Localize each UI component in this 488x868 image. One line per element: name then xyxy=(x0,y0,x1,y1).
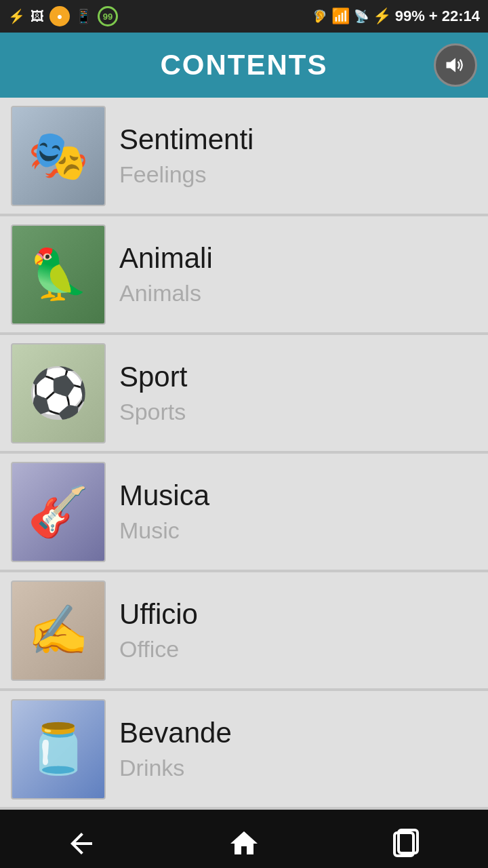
sport-image: ⚽ xyxy=(11,343,106,443)
image-icon: 🖼 xyxy=(30,9,44,24)
sound-icon xyxy=(443,53,468,77)
status-left-icons: ⚡ 🖼 ● 📱 99 xyxy=(8,6,118,26)
musica-primary-label: Musica xyxy=(119,479,477,512)
back-icon xyxy=(65,827,98,860)
bevande-primary-label: Bevande xyxy=(119,717,477,749)
sentimenti-image: 🎭 xyxy=(11,106,106,206)
usb-icon: ⚡ xyxy=(8,8,25,24)
home-button[interactable] xyxy=(217,816,271,868)
recents-icon xyxy=(390,827,423,860)
content-list: 🎭SentimentiFeelings🦜AnimaliAnimals⚽Sport… xyxy=(0,98,488,810)
sport-text: SportSports xyxy=(119,361,477,425)
sentimenti-primary-label: Sentimenti xyxy=(119,123,477,156)
ufficio-secondary-label: Office xyxy=(119,636,477,663)
hearing-icon: 🦻 xyxy=(312,9,327,24)
recents-button[interactable] xyxy=(380,816,434,868)
bevande-image: 🫙 xyxy=(11,699,106,800)
sound-button[interactable] xyxy=(434,43,477,87)
list-item-musica[interactable]: 🎸MusicaMusic xyxy=(0,454,488,572)
list-item-animali[interactable]: 🦜AnimaliAnimals xyxy=(0,216,488,335)
ufficio-image: ✍️ xyxy=(11,580,106,681)
animali-primary-label: Animali xyxy=(119,242,477,275)
back-button[interactable] xyxy=(54,816,108,868)
list-item-sentimenti[interactable]: 🎭SentimentiFeelings xyxy=(0,98,488,216)
clock: 22:14 xyxy=(442,7,480,25)
badge-99: 99 xyxy=(98,6,118,26)
animali-image: 🦜 xyxy=(11,224,106,325)
sentimenti-text: SentimentiFeelings xyxy=(119,123,477,188)
screen-icon: 📱 xyxy=(75,8,92,24)
lightning-icon: ⚡ xyxy=(373,7,391,25)
svg-marker-0 xyxy=(447,58,456,73)
bevande-secondary-label: Drinks xyxy=(119,755,477,781)
signal-icon: 📡 xyxy=(354,9,369,24)
animali-secondary-label: Animals xyxy=(119,280,477,307)
sport-primary-label: Sport xyxy=(119,361,477,393)
app-header: CONTENTS xyxy=(0,33,488,98)
wifi-icon: 📶 xyxy=(331,7,350,25)
bottom-nav xyxy=(0,810,488,868)
status-right-icons: 🦻 📶 📡 ⚡ 99% + 22:14 xyxy=(312,7,480,25)
notification-circle: ● xyxy=(49,6,70,26)
list-item-sport[interactable]: ⚽SportSports xyxy=(0,335,488,454)
page-title: CONTENTS xyxy=(161,49,328,81)
list-item-bevande[interactable]: 🫙BevandeDrinks xyxy=(0,691,488,810)
musica-secondary-label: Music xyxy=(119,517,477,544)
sport-secondary-label: Sports xyxy=(119,399,477,425)
musica-image: 🎸 xyxy=(11,462,106,562)
ufficio-text: UfficioOffice xyxy=(119,598,477,663)
list-item-ufficio[interactable]: ✍️UfficioOffice xyxy=(0,572,488,691)
ufficio-primary-label: Ufficio xyxy=(119,598,477,631)
animali-text: AnimaliAnimals xyxy=(119,242,477,307)
battery-level: 99% xyxy=(395,7,425,25)
home-icon xyxy=(228,827,260,860)
status-bar: ⚡ 🖼 ● 📱 99 🦻 📶 📡 ⚡ 99% + 22:14 xyxy=(0,0,488,33)
musica-text: MusicaMusic xyxy=(119,479,477,544)
bevande-text: BevandeDrinks xyxy=(119,717,477,781)
battery-plus: + xyxy=(429,7,438,25)
sentimenti-secondary-label: Feelings xyxy=(119,161,477,188)
